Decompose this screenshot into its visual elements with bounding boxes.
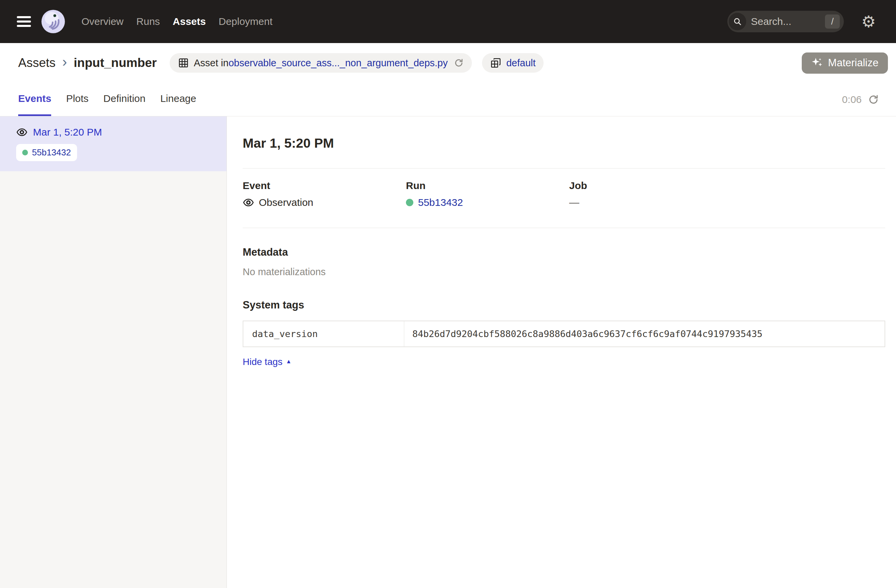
event-timestamp-link[interactable]: Mar 1, 5:20 PM	[33, 126, 102, 138]
event-column-label: Event	[243, 180, 406, 191]
tab-plots[interactable]: Plots	[66, 83, 88, 116]
materialize-button[interactable]: Materialize	[802, 52, 888, 74]
hide-tags-label: Hide tags	[243, 357, 282, 367]
search-input[interactable]	[751, 16, 825, 27]
search-icon	[729, 13, 746, 30]
sparkles-icon	[811, 57, 823, 69]
settings-gear-icon[interactable]: ⚙	[861, 14, 876, 30]
nav-item-overview[interactable]: Overview	[81, 16, 123, 27]
tab-lineage[interactable]: Lineage	[160, 83, 196, 116]
breadcrumb-assets-link[interactable]: Assets	[18, 56, 56, 70]
observation-eye-icon	[16, 126, 27, 138]
divider	[243, 168, 885, 169]
run-id-link[interactable]: 55b13432	[418, 197, 463, 208]
dagster-app: Overview Runs Assets Deployment / ⚙ Asse…	[0, 0, 896, 588]
caret-up-icon: ▲	[286, 358, 291, 365]
run-status-dot	[406, 199, 413, 206]
tab-events[interactable]: Events	[18, 83, 51, 116]
dagster-logo[interactable]	[40, 9, 66, 34]
hamburger-menu-icon[interactable]	[17, 16, 31, 27]
divider	[243, 228, 885, 228]
job-empty-value: —	[569, 197, 579, 208]
tag-key-cell: data_version	[243, 321, 404, 346]
search-shortcut-badge: /	[825, 14, 840, 29]
metadata-empty-text: No materializations	[243, 266, 885, 278]
asset-group-chip: default	[482, 53, 544, 73]
materialize-button-label: Materialize	[828, 57, 879, 69]
event-summary-columns: Event Observation Run 55b13432	[243, 180, 885, 208]
reload-definition-icon[interactable]	[454, 58, 464, 68]
breadcrumb-current-asset: input_number	[74, 56, 157, 70]
system-tags-table: data_version 84b26d7d9204cbf588026c8a988…	[243, 321, 885, 347]
asset-group-link[interactable]: default	[506, 58, 535, 68]
run-column-label: Run	[406, 180, 569, 191]
global-search[interactable]: /	[727, 11, 844, 32]
run-status-dot	[22, 150, 28, 155]
breadcrumb-chevron-icon: ›	[62, 54, 67, 70]
events-content: Mar 1, 5:20 PM 55b13432 Mar 1, 5:20 PM E…	[0, 116, 896, 588]
table-grid-icon	[178, 57, 189, 68]
tag-value-cell: 84b26d7d9204cbf588026c8a9886d403a6c9637c…	[404, 321, 885, 346]
job-column-label: Job	[569, 180, 587, 191]
asset-header-row: Assets › input_number Asset in observabl…	[0, 43, 896, 83]
nav-item-assets[interactable]: Assets	[173, 16, 206, 27]
observation-eye-icon	[243, 197, 254, 208]
event-list-sidebar: Mar 1, 5:20 PM 55b13432	[0, 116, 227, 588]
run-id-label: 55b13432	[32, 147, 71, 158]
refresh-icon[interactable]	[868, 94, 879, 105]
refresh-countdown: 0:06	[842, 94, 862, 105]
system-tags-heading: System tags	[243, 299, 885, 311]
auto-refresh-control: 0:06	[842, 83, 879, 116]
metadata-heading: Metadata	[243, 246, 885, 258]
top-navigation-bar: Overview Runs Assets Deployment / ⚙	[0, 0, 896, 43]
event-detail-panel: Mar 1, 5:20 PM Event Observation Run	[227, 116, 896, 588]
nav-item-runs[interactable]: Runs	[136, 16, 160, 27]
event-list-item[interactable]: Mar 1, 5:20 PM 55b13432	[0, 116, 227, 171]
asset-chip-prefix: Asset in	[194, 58, 229, 68]
nav-item-deployment[interactable]: Deployment	[218, 16, 272, 27]
primary-nav: Overview Runs Assets Deployment	[81, 16, 273, 27]
hide-tags-link[interactable]: Hide tags ▲	[243, 357, 291, 367]
asset-tabs-row: Events Plots Definition Lineage 0:06	[0, 83, 896, 116]
topbar-right: / ⚙	[727, 11, 876, 32]
asset-definition-chip: Asset in observable_source_ass..._non_ar…	[170, 53, 472, 73]
tab-definition[interactable]: Definition	[103, 83, 145, 116]
asset-group-icon	[490, 57, 501, 68]
event-run-chip[interactable]: 55b13432	[16, 144, 77, 161]
event-detail-title: Mar 1, 5:20 PM	[243, 136, 885, 151]
asset-source-file-link[interactable]: observable_source_ass..._non_argument_de…	[229, 58, 448, 68]
event-type-value: Observation	[259, 197, 313, 208]
